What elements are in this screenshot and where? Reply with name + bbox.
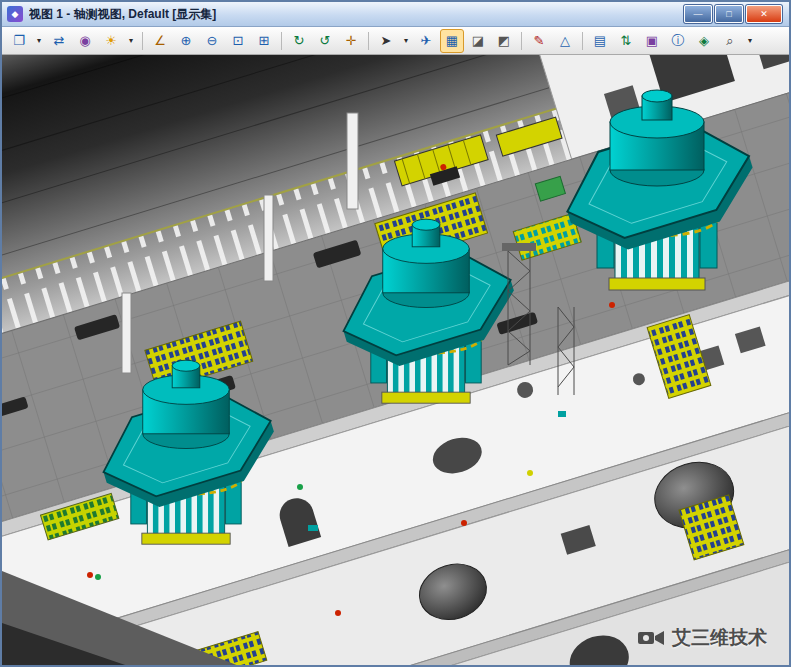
render-presets-icon[interactable]: ◉ xyxy=(73,29,97,53)
markup-icon[interactable]: ✎ xyxy=(527,29,551,53)
toolbar-separator xyxy=(281,32,282,50)
title-bar[interactable]: ◆ 视图 1 - 轴测视图, Default [显示集] — □ ✕ xyxy=(2,2,789,27)
lighting-dropdown-icon[interactable]: ▾ xyxy=(125,29,137,53)
toolbar-separator xyxy=(521,32,522,50)
pan-view-icon[interactable]: ✛ xyxy=(339,29,363,53)
watermark: 艾三维技术 xyxy=(637,625,767,651)
new-view-dropdown-icon[interactable]: ▾ xyxy=(33,29,45,53)
application-window: ◆ 视图 1 - 轴测视图, Default [显示集] — □ ✕ ❐ ▾ ⇄… xyxy=(0,0,791,667)
pmi-icon[interactable]: △ xyxy=(553,29,577,53)
main-toolbar: ❐ ▾ ⇄ ◉ ☀ ▾ ∠ ⊕ ⊖ ⊡ ⊞ ↻ ↺ ✛ ➤ ▾ ✈ ▦ ◪ ◩ … xyxy=(2,27,789,55)
app-icon: ◆ xyxy=(7,6,23,22)
walk-mode-icon[interactable]: ▦ xyxy=(440,29,464,53)
info-icon[interactable]: ⓘ xyxy=(666,29,690,53)
rotate-view-icon[interactable]: ↻ xyxy=(287,29,311,53)
maximize-button[interactable]: □ xyxy=(715,5,743,23)
close-button[interactable]: ✕ xyxy=(746,5,782,23)
toolbar-separator xyxy=(368,32,369,50)
toolbar-overflow-dropdown-icon[interactable]: ▾ xyxy=(744,29,756,53)
viewport-3d[interactable] xyxy=(2,55,789,665)
zoom-in-icon[interactable]: ⊕ xyxy=(174,29,198,53)
layers-icon[interactable]: ▤ xyxy=(588,29,612,53)
clip-plane-icon[interactable]: ◩ xyxy=(492,29,516,53)
model-tree-icon[interactable]: ◈ xyxy=(692,29,716,53)
section-icon[interactable]: ◪ xyxy=(466,29,490,53)
fly-mode-icon[interactable]: ✈ xyxy=(414,29,438,53)
watermark-text: 艾三维技术 xyxy=(672,625,767,651)
lighting-icon[interactable]: ☀ xyxy=(99,29,123,53)
zoom-window-icon[interactable]: ⊡ xyxy=(226,29,250,53)
toolbar-separator xyxy=(582,32,583,50)
measure-icon[interactable]: ∠ xyxy=(148,29,172,53)
minimize-button[interactable]: — xyxy=(684,5,712,23)
viewport-container: 艾三维技术 xyxy=(2,55,789,665)
new-view-icon[interactable]: ❐ xyxy=(7,29,31,53)
window-controls: — □ ✕ xyxy=(684,5,784,23)
zoom-out-icon[interactable]: ⊖ xyxy=(200,29,224,53)
link-views-icon[interactable]: ⇄ xyxy=(47,29,71,53)
search-icon[interactable]: ⌕ xyxy=(718,29,742,53)
transform-icon[interactable]: ⇅ xyxy=(614,29,638,53)
orbit-view-icon[interactable]: ↺ xyxy=(313,29,337,53)
select-dropdown-icon[interactable]: ▾ xyxy=(400,29,412,53)
toolbar-separator xyxy=(142,32,143,50)
fit-view-icon[interactable]: ⊞ xyxy=(252,29,276,53)
select-icon[interactable]: ➤ xyxy=(374,29,398,53)
watermark-logo-icon xyxy=(637,628,665,648)
snapshot-icon[interactable]: ▣ xyxy=(640,29,664,53)
window-title: 视图 1 - 轴测视图, Default [显示集] xyxy=(29,6,678,23)
